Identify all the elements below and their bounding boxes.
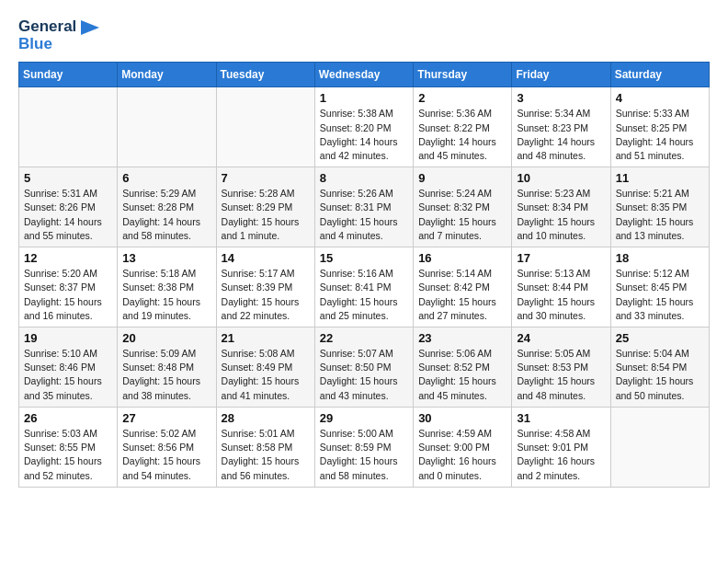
calendar-cell: 24Sunrise: 5:05 AM Sunset: 8:53 PM Dayli… [512, 327, 610, 408]
day-number: 11 [616, 171, 704, 185]
calendar-cell: 15Sunrise: 5:16 AM Sunset: 8:41 PM Dayli… [314, 247, 413, 327]
day-info: Sunrise: 5:09 AM Sunset: 8:48 PM Dayligh… [122, 347, 210, 403]
day-number: 26 [24, 411, 112, 425]
day-number: 30 [418, 411, 506, 425]
calendar-week-5: 26Sunrise: 5:03 AM Sunset: 8:55 PM Dayli… [19, 407, 710, 487]
day-info: Sunrise: 5:05 AM Sunset: 8:53 PM Dayligh… [517, 347, 605, 403]
day-number: 21 [222, 331, 310, 345]
day-number: 14 [222, 251, 310, 265]
day-info: Sunrise: 5:23 AM Sunset: 8:34 PM Dayligh… [517, 187, 605, 243]
day-number: 3 [517, 91, 605, 105]
day-number: 18 [616, 251, 704, 265]
day-info: Sunrise: 5:03 AM Sunset: 8:55 PM Dayligh… [24, 427, 112, 483]
day-number: 20 [122, 331, 210, 345]
logo: General Blue [18, 18, 99, 52]
header-day-sunday: Sunday [19, 63, 118, 87]
day-number: 1 [320, 91, 408, 105]
calendar-cell: 27Sunrise: 5:02 AM Sunset: 8:56 PM Dayli… [118, 407, 216, 487]
day-info: Sunrise: 5:29 AM Sunset: 8:28 PM Dayligh… [122, 187, 210, 243]
day-number: 13 [122, 251, 210, 265]
day-info: Sunrise: 5:02 AM Sunset: 8:56 PM Dayligh… [122, 427, 210, 483]
day-number: 31 [517, 411, 605, 425]
header-day-tuesday: Tuesday [216, 63, 314, 87]
day-number: 15 [320, 251, 408, 265]
calendar-cell: 6Sunrise: 5:29 AM Sunset: 8:28 PM Daylig… [118, 167, 216, 247]
calendar-cell: 23Sunrise: 5:06 AM Sunset: 8:52 PM Dayli… [414, 327, 512, 408]
day-number: 27 [122, 411, 210, 425]
day-number: 23 [418, 331, 506, 345]
calendar-cell: 31Sunrise: 4:58 AM Sunset: 9:01 PM Dayli… [512, 407, 610, 487]
calendar-cell: 16Sunrise: 5:14 AM Sunset: 8:42 PM Dayli… [414, 247, 512, 327]
header-day-wednesday: Wednesday [314, 63, 413, 87]
calendar-cell: 19Sunrise: 5:10 AM Sunset: 8:46 PM Dayli… [19, 327, 118, 408]
calendar-cell: 18Sunrise: 5:12 AM Sunset: 8:45 PM Dayli… [610, 247, 709, 327]
calendar-cell: 12Sunrise: 5:20 AM Sunset: 8:37 PM Dayli… [19, 247, 118, 327]
day-number: 4 [616, 91, 704, 105]
day-info: Sunrise: 5:14 AM Sunset: 8:42 PM Dayligh… [418, 267, 506, 323]
day-info: Sunrise: 5:06 AM Sunset: 8:52 PM Dayligh… [418, 347, 506, 403]
calendar-cell: 17Sunrise: 5:13 AM Sunset: 8:44 PM Dayli… [512, 247, 610, 327]
calendar-week-3: 12Sunrise: 5:20 AM Sunset: 8:37 PM Dayli… [19, 247, 710, 327]
day-info: Sunrise: 5:00 AM Sunset: 8:59 PM Dayligh… [320, 427, 408, 483]
day-info: Sunrise: 5:10 AM Sunset: 8:46 PM Dayligh… [24, 347, 112, 403]
day-number: 17 [517, 251, 605, 265]
day-info: Sunrise: 5:04 AM Sunset: 8:54 PM Dayligh… [616, 347, 704, 403]
header-day-monday: Monday [118, 63, 216, 87]
logo-blue: Blue [18, 36, 99, 53]
logo-general: General [18, 18, 99, 36]
calendar-cell [118, 87, 216, 167]
calendar-cell: 13Sunrise: 5:18 AM Sunset: 8:38 PM Dayli… [118, 247, 216, 327]
day-number: 6 [122, 171, 210, 185]
calendar-cell: 9Sunrise: 5:24 AM Sunset: 8:32 PM Daylig… [414, 167, 512, 247]
day-info: Sunrise: 4:59 AM Sunset: 9:00 PM Dayligh… [418, 427, 506, 483]
day-info: Sunrise: 5:31 AM Sunset: 8:26 PM Dayligh… [24, 187, 112, 243]
calendar-cell [19, 87, 118, 167]
calendar-cell: 11Sunrise: 5:21 AM Sunset: 8:35 PM Dayli… [610, 167, 709, 247]
calendar-week-2: 5Sunrise: 5:31 AM Sunset: 8:26 PM Daylig… [19, 167, 710, 247]
day-info: Sunrise: 5:36 AM Sunset: 8:22 PM Dayligh… [418, 107, 506, 163]
header: General Blue [18, 18, 710, 52]
header-day-friday: Friday [512, 63, 610, 87]
day-number: 28 [222, 411, 310, 425]
calendar-cell: 26Sunrise: 5:03 AM Sunset: 8:55 PM Dayli… [19, 407, 118, 487]
calendar-week-1: 1Sunrise: 5:38 AM Sunset: 8:20 PM Daylig… [19, 87, 710, 167]
day-info: Sunrise: 5:12 AM Sunset: 8:45 PM Dayligh… [616, 267, 704, 323]
day-info: Sunrise: 5:18 AM Sunset: 8:38 PM Dayligh… [122, 267, 210, 323]
day-number: 16 [418, 251, 506, 265]
day-number: 10 [517, 171, 605, 185]
day-number: 7 [222, 171, 310, 185]
calendar-cell: 21Sunrise: 5:08 AM Sunset: 8:49 PM Dayli… [216, 327, 314, 408]
day-number: 22 [320, 331, 408, 345]
day-info: Sunrise: 5:34 AM Sunset: 8:23 PM Dayligh… [517, 107, 605, 163]
calendar-table: SundayMondayTuesdayWednesdayThursdayFrid… [18, 62, 710, 487]
calendar-cell: 20Sunrise: 5:09 AM Sunset: 8:48 PM Dayli… [118, 327, 216, 408]
day-info: Sunrise: 5:17 AM Sunset: 8:39 PM Dayligh… [222, 267, 310, 323]
day-info: Sunrise: 5:24 AM Sunset: 8:32 PM Dayligh… [418, 187, 506, 243]
calendar-cell: 14Sunrise: 5:17 AM Sunset: 8:39 PM Dayli… [216, 247, 314, 327]
day-number: 25 [616, 331, 704, 345]
day-number: 2 [418, 91, 506, 105]
day-info: Sunrise: 5:07 AM Sunset: 8:50 PM Dayligh… [320, 347, 408, 403]
day-info: Sunrise: 5:28 AM Sunset: 8:29 PM Dayligh… [222, 187, 310, 243]
day-info: Sunrise: 5:08 AM Sunset: 8:49 PM Dayligh… [222, 347, 310, 403]
day-info: Sunrise: 5:01 AM Sunset: 8:58 PM Dayligh… [222, 427, 310, 483]
logo-arrow-icon [81, 20, 99, 35]
header-day-saturday: Saturday [610, 63, 709, 87]
day-info: Sunrise: 5:38 AM Sunset: 8:20 PM Dayligh… [320, 107, 408, 163]
calendar-cell [610, 407, 709, 487]
calendar-cell: 28Sunrise: 5:01 AM Sunset: 8:58 PM Dayli… [216, 407, 314, 487]
calendar-cell: 25Sunrise: 5:04 AM Sunset: 8:54 PM Dayli… [610, 327, 709, 408]
day-number: 5 [24, 171, 112, 185]
calendar-cell: 29Sunrise: 5:00 AM Sunset: 8:59 PM Dayli… [314, 407, 413, 487]
day-info: Sunrise: 5:16 AM Sunset: 8:41 PM Dayligh… [320, 267, 408, 323]
calendar-cell: 30Sunrise: 4:59 AM Sunset: 9:00 PM Dayli… [414, 407, 512, 487]
day-number: 29 [320, 411, 408, 425]
day-number: 8 [320, 171, 408, 185]
calendar-cell: 22Sunrise: 5:07 AM Sunset: 8:50 PM Dayli… [314, 327, 413, 408]
day-info: Sunrise: 5:21 AM Sunset: 8:35 PM Dayligh… [616, 187, 704, 243]
header-day-thursday: Thursday [414, 63, 512, 87]
calendar-week-4: 19Sunrise: 5:10 AM Sunset: 8:46 PM Dayli… [19, 327, 710, 408]
logo-text-block: General Blue [18, 18, 99, 52]
day-info: Sunrise: 5:20 AM Sunset: 8:37 PM Dayligh… [24, 267, 112, 323]
calendar-cell: 3Sunrise: 5:34 AM Sunset: 8:23 PM Daylig… [512, 87, 610, 167]
